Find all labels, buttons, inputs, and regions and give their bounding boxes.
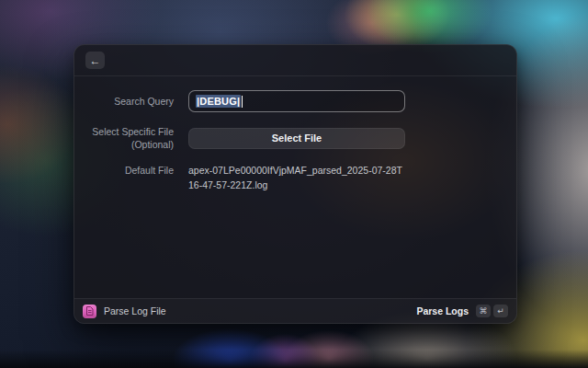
back-arrow-icon: ←	[90, 55, 101, 66]
form-body: Search Query |DEBUG| Select Specific Fil…	[74, 76, 516, 298]
action-bar: Parse Log File Parse Logs ⌘ ↵	[74, 298, 516, 323]
select-file-row: Select Specific File (Optional) Select F…	[74, 125, 516, 151]
search-query-value: |DEBUG|	[196, 95, 241, 108]
default-file-label: Default File	[89, 164, 174, 177]
search-query-row: Search Query |DEBUG|	[74, 90, 516, 112]
log-document-icon	[85, 306, 94, 316]
command-title: Parse Log File	[104, 305, 166, 316]
back-button[interactable]: ←	[85, 52, 105, 69]
select-file-label: Select Specific File (Optional)	[89, 125, 174, 151]
return-key-icon: ↵	[493, 305, 508, 317]
default-file-value: apex-07LPe00000IfVjpMAF_parsed_2025-07-2…	[188, 164, 405, 191]
command-key-icon: ⌘	[476, 305, 491, 317]
select-file-button[interactable]: Select File	[188, 128, 405, 149]
search-query-input[interactable]: |DEBUG|	[188, 90, 405, 112]
default-file-row: Default File apex-07LPe00000IfVjpMAF_par…	[74, 164, 516, 191]
primary-action-label: Parse Logs	[416, 305, 469, 316]
text-caret	[242, 96, 243, 108]
parse-log-file-extension-icon	[83, 305, 96, 318]
raycast-window: ← Search Query |DEBUG| Select Specific F…	[74, 44, 517, 324]
shortcut-keys: ⌘ ↵	[476, 305, 508, 317]
window-header: ←	[74, 45, 516, 76]
primary-action[interactable]: Parse Logs ⌘ ↵	[416, 305, 508, 317]
search-query-label: Search Query	[89, 95, 174, 108]
